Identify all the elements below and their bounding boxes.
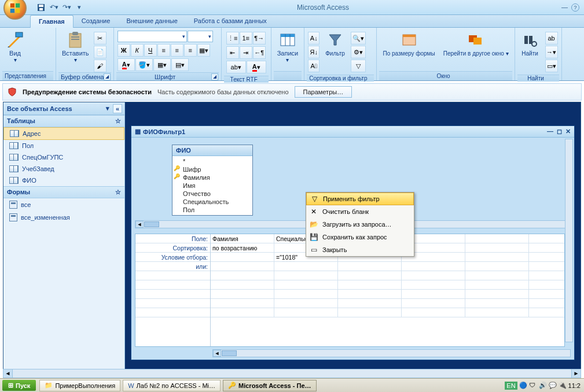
rtl-icon[interactable]: ←¶ [253,46,266,59]
minimize-icon[interactable]: — [547,128,553,135]
nav-item-form-vse[interactable]: все [3,198,124,211]
nav-collapse-button[interactable]: « [113,104,122,113]
start-button[interactable]: ⊞Пуск [2,380,36,391]
cell-field-0[interactable]: Фамилия [211,234,274,243]
advanced-filter-icon[interactable]: ⚙▾ [351,46,366,58]
font-color-icon[interactable]: А▾ [117,58,135,71]
field-pol[interactable]: Пол [172,206,252,214]
tray-icon-3[interactable]: 🔊 [539,382,547,390]
taskbar-item-word[interactable]: WЛаб №2 по ACCESS - Mi… [123,380,221,391]
ctx-save-as-query[interactable]: 💾Сохранить как запрос [306,231,414,243]
cell-sort-0[interactable]: по возрастанию [211,243,274,252]
align-right-icon[interactable]: ≡ [184,44,197,57]
group-views: Вид▾ Представления [0,28,56,80]
nav-item-specomgups[interactable]: СпецОмГУПС [3,151,124,163]
nav-header[interactable]: Все объекты Access ▾ « [3,102,124,115]
records-button[interactable]: Записи▾ [274,29,302,71]
nav-category-tables[interactable]: Таблицы☆ [3,115,124,127]
nav-item-fio[interactable]: ФИО [3,175,124,186]
field-all[interactable]: * [172,157,252,165]
ctx-load-from-query[interactable]: 📂Загрузить из запроса… [306,218,414,231]
align-left-icon[interactable]: ≡ [157,44,170,57]
nav-item-uchebzaved[interactable]: УчебЗавед [3,163,124,175]
dialog-launcher-clipboard[interactable]: ◢ [104,73,111,80]
find-button[interactable]: Найти [517,29,543,71]
query-vscroll[interactable] [565,139,573,342]
grid-hscroll[interactable]: ◄ [212,349,571,357]
numbering-icon[interactable]: 1≡ [240,32,252,45]
align-center-icon[interactable]: ≡ [171,44,183,57]
query-title-bar[interactable]: ▦ ФИОФильтр1 — ◻ ✕ [131,126,574,138]
filter-button[interactable]: Фильтр [322,29,348,71]
close-icon[interactable]: ✕ [565,128,571,135]
tab-home[interactable]: Главная [30,15,74,28]
cut-icon[interactable]: ✂ [94,32,106,45]
grid-color-icon[interactable]: ▦▾ [153,58,171,71]
maximize-icon[interactable]: ◻ [557,128,562,135]
taskbar-item-folder[interactable]: 📁ПримерВыполнения [39,380,120,391]
italic-icon[interactable]: К [131,44,144,57]
tab-create[interactable]: Создание [74,15,119,28]
table-box-fio[interactable]: ФИО * Шифр Фамилия Имя Отчество Специаль… [172,145,253,216]
clock[interactable]: 11:2 [568,382,581,389]
language-indicator[interactable]: EN [505,382,517,390]
paste-button[interactable]: Вставить▾ [58,29,93,71]
nav-item-adres[interactable]: Адрес [3,127,124,140]
copy-icon[interactable]: 📄 [94,46,106,58]
minimize-button[interactable]: — [561,3,568,12]
view-button[interactable]: Вид▾ [2,29,28,71]
field-imya[interactable]: Имя [172,182,252,190]
bullets-icon[interactable]: ⋮≡ [226,32,239,45]
switch-window-button[interactable]: Перейти в другое окно ▾ [440,29,512,71]
tray-icon-4[interactable]: 💬 [549,382,557,390]
tray-icon-5[interactable]: 🔌 [559,382,567,390]
help-button[interactable]: ? [571,3,579,12]
undo-icon[interactable]: ↶▾ [49,2,59,13]
field-familiya[interactable]: Фамилия [172,173,252,182]
tray-icon-2[interactable]: 🛡 [529,382,537,390]
nav-item-pol[interactable]: Пол [3,140,124,151]
qat-dropdown-icon[interactable]: ▾ [74,2,85,13]
nav-dropdown-icon[interactable]: ▾ [106,105,109,112]
tab-external-data[interactable]: Внешние данные [118,15,185,28]
underline-icon[interactable]: Ч [144,44,157,57]
ltr-icon[interactable]: ¶→ [253,32,266,45]
access-icon: 🔑 [228,382,236,389]
dialog-launcher-font[interactable]: ◢ [211,73,218,80]
selection-filter-icon[interactable]: 🔍▾ [351,32,366,45]
select-icon[interactable]: ▭▾ [545,60,558,72]
tray-icon-1[interactable]: 🔵 [519,382,527,390]
tab-database-tools[interactable]: Работа с базами данных [186,15,275,28]
ctx-apply-filter[interactable]: ▽Применить фильтр [306,193,414,205]
security-options-button[interactable]: Параметры… [295,86,352,98]
fill-color-icon[interactable]: 🪣▾ [135,58,153,71]
sort-desc-icon[interactable]: Я↓ [308,46,319,58]
nav-item-form-vse-izm[interactable]: все_измененная [3,211,124,224]
goto-icon[interactable]: →▾ [545,46,558,58]
decrease-indent-icon[interactable]: ⇤ [226,46,239,59]
font-size-combo[interactable] [188,31,213,42]
increase-indent-icon[interactable]: ⇥ [240,46,252,59]
ctx-clear-grid[interactable]: ✕Очистить бланк [306,205,414,218]
main-hscroll[interactable]: ◄► [3,369,581,378]
highlight-icon[interactable]: ab▾ [226,61,246,73]
save-icon[interactable] [36,2,46,13]
textcolor-icon[interactable]: А▾ [247,61,266,73]
field-otchestvo[interactable]: Отчество [172,190,252,198]
format-painter-icon[interactable]: 🖌 [94,60,106,72]
fit-form-button[interactable]: По размеру формы [379,29,438,71]
sort-asc-icon[interactable]: A↓ [308,32,319,45]
gridlines-icon[interactable]: ▦▾ [197,44,210,57]
redo-icon[interactable]: ↷▾ [61,2,72,13]
field-shifr[interactable]: Шифр [172,165,252,173]
alt-fill-icon[interactable]: ▤▾ [171,58,189,71]
font-name-combo[interactable] [117,31,187,42]
ctx-close[interactable]: ▭Закрыть [306,243,414,256]
replace-icon[interactable]: ab [545,32,558,45]
taskbar-item-access[interactable]: 🔑Microsoft Access - Пе… [223,380,316,391]
toggle-filter-icon[interactable]: ▽ [351,60,366,72]
nav-category-forms[interactable]: Формы☆ [3,186,124,198]
field-spec[interactable]: Специальность [172,198,252,206]
clear-sort-icon[interactable]: A⃠ [308,60,319,72]
bold-icon[interactable]: Ж [117,44,130,57]
